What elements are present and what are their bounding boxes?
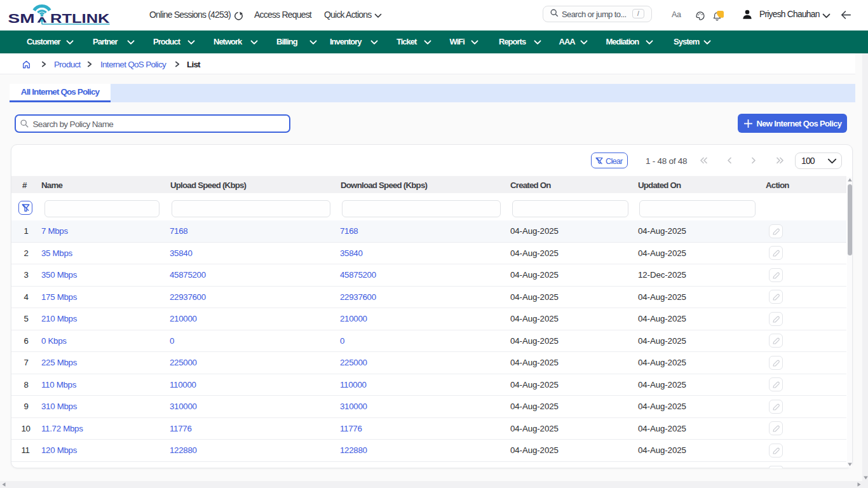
svg-text:RTLINK: RTLINK (50, 11, 110, 25)
svg-text:SM: SM (8, 11, 35, 25)
